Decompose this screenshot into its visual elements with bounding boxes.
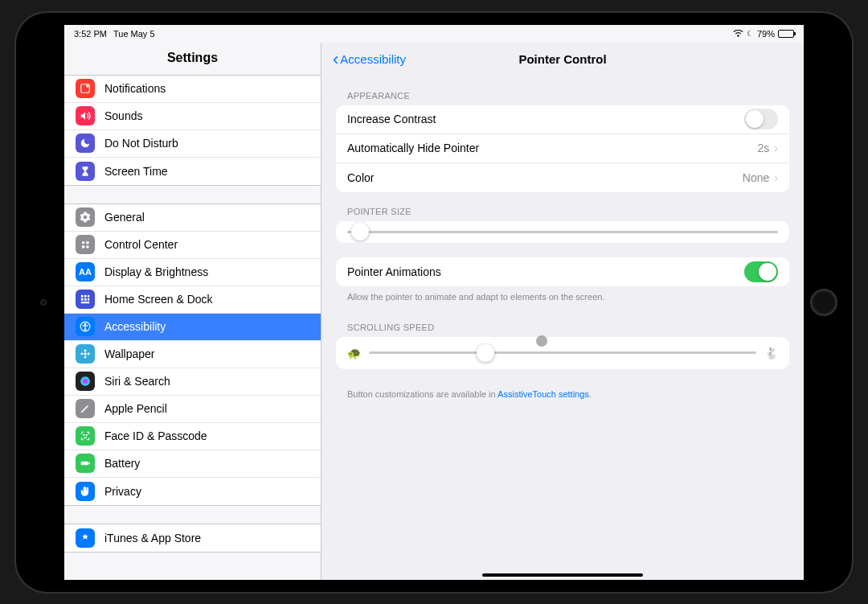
sidebar-item-control-center[interactable]: Control Center bbox=[64, 232, 321, 259]
cc-icon bbox=[76, 235, 95, 254]
pointer-size-group bbox=[336, 221, 789, 243]
dnd-icon bbox=[76, 134, 95, 153]
sidebar-item-label: Apple Pencil bbox=[104, 402, 167, 415]
face-icon bbox=[76, 426, 95, 446]
sidebar-item-siri-search[interactable]: Siri & Search bbox=[64, 368, 321, 396]
battery-percent: 79% bbox=[757, 29, 775, 39]
svg-point-15 bbox=[84, 352, 87, 355]
sidebar-item-label: Accessibility bbox=[104, 320, 166, 333]
sidebar-item-accessibility[interactable]: Accessibility bbox=[64, 314, 321, 341]
sound-icon bbox=[76, 106, 95, 125]
status-bar: 3:52 PM Tue May 5 ☾ 79% bbox=[64, 25, 804, 43]
sidebar-item-battery[interactable]: Battery bbox=[64, 450, 321, 478]
sidebar-item-wallpaper[interactable]: Wallpaper bbox=[64, 341, 321, 368]
home-indicator[interactable] bbox=[482, 573, 643, 577]
sidebar-item-display-brightness[interactable]: AADisplay & Brightness bbox=[64, 259, 321, 286]
batt-icon bbox=[76, 454, 95, 473]
sidebar-item-face-id-passcode[interactable]: Face ID & Passcode bbox=[64, 423, 321, 450]
color-row[interactable]: Color None › bbox=[336, 163, 789, 192]
notif-icon bbox=[76, 79, 95, 98]
assistivetouch-link[interactable]: AssistiveTouch settings bbox=[497, 389, 589, 399]
sidebar-item-itunes-app-store[interactable]: iTunes & App Store bbox=[64, 524, 321, 552]
wifi-icon bbox=[733, 30, 743, 38]
home-button[interactable] bbox=[810, 289, 837, 316]
pencil-icon bbox=[76, 399, 95, 418]
sidebar-item-label: Wallpaper bbox=[104, 347, 155, 360]
screen: 3:52 PM Tue May 5 ☾ 79% Settings Notific… bbox=[64, 25, 804, 580]
sidebar-item-label: iTunes & App Store bbox=[104, 532, 201, 544]
sidebar-title: Settings bbox=[64, 43, 321, 75]
sidebar-item-label: Do Not Disturb bbox=[104, 137, 178, 150]
scrolling-speed-slider[interactable]: 🐢 🐇 bbox=[336, 337, 789, 369]
hourglass-icon bbox=[76, 162, 95, 181]
svg-point-17 bbox=[84, 356, 87, 359]
appstore-icon bbox=[76, 528, 95, 548]
settings-sidebar[interactable]: Settings NotificationsSoundsDo Not Distu… bbox=[64, 43, 321, 580]
sidebar-item-label: Screen Time bbox=[104, 165, 168, 178]
svg-rect-3 bbox=[86, 241, 89, 244]
chevron-right-icon: › bbox=[774, 142, 778, 154]
hare-icon: 🐇 bbox=[764, 347, 778, 360]
svg-point-21 bbox=[84, 434, 84, 435]
footer-note: Button customizations are available in A… bbox=[336, 384, 789, 405]
back-button[interactable]: ‹ Accessibility bbox=[333, 51, 406, 68]
svg-point-20 bbox=[80, 376, 90, 386]
sidebar-item-label: Display & Brightness bbox=[104, 265, 208, 278]
grid-icon bbox=[76, 290, 95, 309]
sidebar-item-label: Control Center bbox=[104, 238, 178, 251]
scrolling-speed-group: 🐢 🐇 bbox=[336, 337, 789, 369]
sidebar-item-general[interactable]: General bbox=[64, 204, 321, 232]
sidebar-item-label: Battery bbox=[104, 457, 140, 470]
svg-point-19 bbox=[88, 353, 90, 355]
sidebar-item-label: Notifications bbox=[104, 82, 166, 95]
pointer-size-slider[interactable] bbox=[336, 221, 789, 243]
sidebar-item-screen-time[interactable]: Screen Time bbox=[64, 158, 321, 185]
svg-point-22 bbox=[86, 434, 87, 435]
svg-rect-23 bbox=[81, 462, 88, 466]
detail-pane: ‹ Accessibility Pointer Control APPEARAN… bbox=[321, 43, 804, 580]
svg-point-18 bbox=[80, 353, 83, 355]
aa-icon: AA bbox=[76, 262, 95, 281]
pointer-animations-toggle[interactable] bbox=[744, 261, 778, 282]
sidebar-item-home-screen-dock[interactable]: Home Screen & Dock bbox=[64, 286, 321, 314]
sidebar-item-label: Sounds bbox=[104, 109, 142, 122]
dnd-moon-icon: ☾ bbox=[747, 29, 754, 38]
appearance-group: Increase Contrast Automatically Hide Poi… bbox=[336, 105, 789, 192]
auto-hide-row[interactable]: Automatically Hide Pointer 2s › bbox=[336, 134, 789, 163]
tortoise-icon: 🐢 bbox=[347, 347, 361, 360]
svg-rect-4 bbox=[82, 245, 85, 249]
ipad-frame: 3:52 PM Tue May 5 ☾ 79% Settings Notific… bbox=[16, 13, 852, 592]
chevron-right-icon: › bbox=[774, 171, 778, 184]
svg-rect-8 bbox=[88, 295, 89, 298]
svg-rect-6 bbox=[81, 295, 84, 298]
svg-rect-9 bbox=[81, 298, 84, 301]
increase-contrast-row[interactable]: Increase Contrast bbox=[336, 105, 789, 134]
sidebar-item-do-not-disturb[interactable]: Do Not Disturb bbox=[64, 130, 321, 158]
sidebar-item-privacy[interactable]: Privacy bbox=[64, 478, 321, 505]
flower-icon bbox=[76, 344, 95, 364]
svg-rect-10 bbox=[84, 298, 87, 301]
hand-icon bbox=[76, 482, 95, 501]
battery-icon bbox=[778, 30, 794, 38]
sidebar-item-label: Face ID & Passcode bbox=[104, 429, 207, 442]
access-icon bbox=[76, 317, 95, 336]
increase-contrast-toggle[interactable] bbox=[744, 109, 778, 129]
svg-point-14 bbox=[84, 323, 86, 325]
pointer-animations-row[interactable]: Pointer Animations bbox=[336, 257, 789, 286]
svg-rect-12 bbox=[81, 302, 90, 303]
svg-rect-11 bbox=[88, 298, 89, 301]
scrolling-speed-header: SCROLLING SPEED bbox=[336, 308, 789, 337]
status-time: 3:52 PM bbox=[74, 29, 107, 39]
sidebar-item-label: Privacy bbox=[104, 485, 141, 498]
sidebar-item-notifications[interactable]: Notifications bbox=[64, 76, 321, 103]
sidebar-item-sounds[interactable]: Sounds bbox=[64, 103, 321, 130]
svg-point-2 bbox=[82, 241, 85, 244]
siri-icon bbox=[76, 372, 95, 391]
status-date: Tue May 5 bbox=[113, 29, 155, 39]
svg-point-5 bbox=[86, 245, 89, 249]
sidebar-item-label: Home Screen & Dock bbox=[104, 293, 213, 306]
sidebar-item-apple-pencil[interactable]: Apple Pencil bbox=[64, 396, 321, 423]
back-label: Accessibility bbox=[340, 52, 406, 66]
chevron-left-icon: ‹ bbox=[333, 51, 338, 68]
animations-footer: Allow the pointer to animate and adapt t… bbox=[336, 286, 789, 308]
